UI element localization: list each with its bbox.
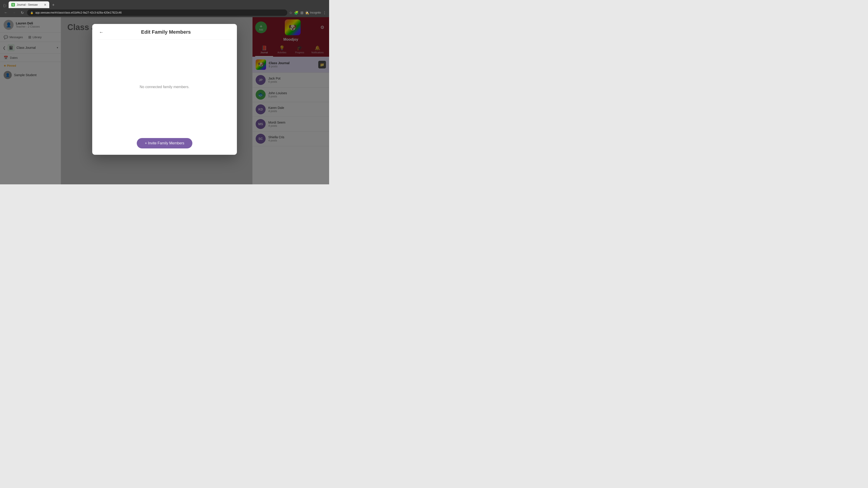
tab-favicon: S <box>11 3 15 6</box>
browser-tab-bar: ⟨ ⟩ S Journal - Seesaw ✕ + <box>0 0 329 8</box>
modal-empty-message: No connected family members. <box>140 85 190 89</box>
modal-body: No connected family members. <box>92 39 237 134</box>
modal-footer: + Invite Family Members <box>92 134 237 155</box>
app-container: 👤 Lauren Deli Teacher - 2 Classes 💬 Mess… <box>0 17 329 184</box>
modal-title: Edit Family Members <box>107 29 224 35</box>
back-btn[interactable]: ← <box>3 9 9 16</box>
lock-icon: 🔒 <box>30 11 33 14</box>
modal-overlay: ← Edit Family Members No connected famil… <box>0 17 329 184</box>
modal: ← Edit Family Members No connected famil… <box>92 24 237 155</box>
active-tab[interactable]: S Journal - Seesaw ✕ <box>8 1 49 8</box>
tab-title: Journal - Seesaw <box>17 3 38 6</box>
extensions-icon[interactable]: 🧩 <box>294 11 299 15</box>
window-mode-icon[interactable]: ⊞ <box>301 11 303 15</box>
modal-header: ← Edit Family Members <box>92 24 237 39</box>
reload-btn[interactable]: ↻ <box>19 9 25 16</box>
modal-back-btn[interactable]: ← <box>98 29 105 36</box>
forward-btn[interactable]: → <box>11 9 17 16</box>
tab-close-btn[interactable]: ✕ <box>44 3 46 6</box>
tab-new-btn[interactable]: + <box>50 2 57 8</box>
url-text: app.seesaw.me/#/class/class.e01bf4c2-9a2… <box>35 11 122 14</box>
tab-back-btn[interactable]: ⟨ ⟩ <box>2 3 8 8</box>
browser-toolbar: ← → ↻ 🔒 app.seesaw.me/#/class/class.e01b… <box>0 8 329 17</box>
menu-icon[interactable]: ⋮ <box>323 11 327 15</box>
bookmark-icon[interactable]: ☆ <box>289 11 292 15</box>
incognito-icon: 🕵 <box>305 11 309 14</box>
incognito-badge: 🕵 Incognito <box>305 11 321 14</box>
invite-family-btn[interactable]: + Invite Family Members <box>137 138 193 149</box>
address-bar[interactable]: 🔒 app.seesaw.me/#/class/class.e01bf4c2-9… <box>27 9 287 16</box>
